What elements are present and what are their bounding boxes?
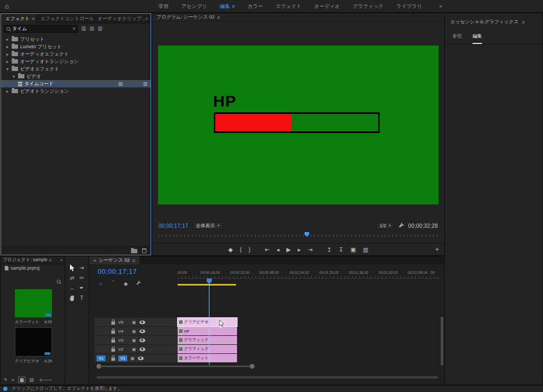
slip-tool-button[interactable]: ↔ — [67, 284, 77, 292]
step-forward-button[interactable]: ▸ — [298, 244, 301, 255]
track-name[interactable]: V2 — [118, 347, 129, 352]
extract-button[interactable]: ↧ — [339, 244, 344, 255]
type-tool-button[interactable]: T — [77, 294, 86, 302]
panel-menu-icon[interactable]: ≡ — [49, 257, 51, 263]
add-marker-icon[interactable]: ◆ — [124, 281, 128, 287]
sync-lock-icon[interactable]: ▣ — [132, 329, 136, 334]
program-current-timecode[interactable]: 00;00;17;17 — [159, 223, 188, 229]
chevron-right-icon[interactable]: ▸ — [5, 59, 10, 64]
go-to-out-button[interactable]: ⇥ — [308, 244, 312, 255]
track-visibility-eye-icon[interactable] — [139, 329, 145, 333]
clear-video-thumbnail[interactable] — [15, 327, 52, 357]
tab-browse[interactable]: 参照 — [452, 33, 462, 44]
selection-tool-button[interactable] — [67, 264, 77, 272]
clip-color-matte[interactable]: カラーマット — [178, 354, 237, 362]
track-lock-icon[interactable] — [111, 322, 115, 325]
close-icon[interactable]: × — [93, 258, 96, 263]
chevron-right-icon[interactable]: ▸ — [5, 52, 10, 57]
delete-custom-item-icon[interactable] — [142, 248, 146, 253]
track-name[interactable]: V3 — [118, 338, 129, 343]
project-item-name[interactable]: クリアビデオ — [15, 359, 39, 364]
mark-in-button[interactable]: { — [240, 244, 242, 255]
tree-item-presets[interactable]: ▸ プリセット — [1, 35, 151, 43]
project-search-icon[interactable] — [57, 280, 60, 283]
chevron-down-icon[interactable]: ▾ — [12, 74, 16, 79]
clip-clear-video[interactable]: クリアビデオ — [178, 318, 237, 326]
track-lock-icon[interactable] — [111, 331, 115, 334]
workspace-tab-assembly[interactable]: アセンブリ — [175, 0, 214, 12]
project-item-name[interactable]: カラーマット — [15, 319, 39, 325]
track-header-v3[interactable]: V3 ▣ — [94, 336, 178, 344]
icon-view-icon[interactable]: ▦ — [18, 377, 26, 383]
panel-menu-icon[interactable]: ≡ — [32, 16, 34, 21]
track-visibility-eye-icon[interactable] — [139, 338, 145, 342]
track-target-badge[interactable]: V1 — [118, 356, 127, 361]
filter-accelerated-effects-icon[interactable]: ▥ — [81, 25, 86, 32]
project-item-clear-video[interactable] — [15, 327, 52, 357]
track-header-v4[interactable]: V4 ▣ — [94, 327, 178, 335]
timeline-settings-wrench-icon[interactable] — [136, 280, 141, 287]
workspace-tab-libraries[interactable]: ライブラリ — [390, 0, 428, 12]
settings-wrench-icon[interactable] — [398, 222, 404, 229]
razor-tool-button[interactable]: ✂ — [77, 274, 86, 282]
workspace-tab-learning[interactable]: 学習 — [152, 0, 175, 12]
linked-selection-icon[interactable]: ⌒ — [110, 280, 116, 287]
clear-search-icon[interactable]: × — [73, 26, 75, 31]
tab-effect-controls[interactable]: エフェクトコントロール — [36, 14, 93, 23]
playback-resolution-select[interactable]: 1/2 ▾ — [376, 222, 394, 229]
clip-graphic[interactable]: グラフィック — [178, 345, 237, 353]
source-patch-v1[interactable]: V1 — [97, 355, 108, 361]
program-scrubber[interactable] — [159, 231, 438, 238]
sync-lock-icon[interactable]: ▣ — [132, 347, 136, 352]
sequence-tab[interactable]: × シーケンス 02 ≡ — [89, 256, 139, 264]
tab-audio-clip-mixer[interactable]: オーディオクリップ... — [93, 14, 145, 23]
tab-effects[interactable]: エフェクト≡ — [1, 14, 36, 23]
thumbnail-zoom-slider[interactable] — [40, 379, 52, 381]
timeline-ruler[interactable]: 00;00 00;00;16;00 00;00;32;00 00;00;48;0… — [178, 269, 440, 279]
work-area-bar[interactable] — [178, 284, 236, 286]
zoom-handle-right[interactable] — [250, 364, 255, 369]
tree-item-video-folder[interactable]: ▾ ビデオ — [1, 73, 151, 80]
track-header-v5[interactable]: V5 ▣ — [94, 318, 178, 326]
timeline-playhead-handle[interactable] — [207, 279, 212, 284]
panel-tab-overflow-icon[interactable]: » — [145, 16, 148, 21]
panel-menu-icon[interactable]: ≡ — [133, 258, 135, 263]
mark-out-button[interactable]: } — [249, 244, 251, 255]
workspace-tab-menu-icon[interactable]: ≡ — [232, 3, 235, 9]
clip-graphic[interactable]: グラフィック — [178, 336, 237, 344]
button-editor-plus-button[interactable]: + — [435, 245, 439, 253]
color-matte-thumbnail[interactable] — [15, 289, 52, 317]
pen-tool-button[interactable]: ✒ — [77, 284, 86, 292]
new-custom-bin-icon[interactable] — [131, 249, 137, 253]
play-button[interactable]: ▶ — [286, 244, 291, 255]
chevron-right-icon[interactable]: ▸ — [5, 37, 10, 42]
track-visibility-eye-icon[interactable] — [139, 320, 145, 324]
step-back-button[interactable]: ◂ — [277, 244, 280, 255]
track-name[interactable]: V5 — [118, 320, 129, 325]
panel-tab-overflow-icon[interactable]: » — [60, 257, 63, 263]
tree-item-video-effects[interactable]: ▾ ビデオエフェクト — [1, 65, 151, 73]
project-item-color-matte[interactable] — [15, 289, 52, 317]
filter-32bpc-effects-icon[interactable]: ▥ — [89, 25, 94, 32]
workspace-tab-graphics[interactable]: グラフィック — [346, 0, 390, 12]
workspace-overflow-icon[interactable]: » — [439, 3, 442, 9]
tree-item-lumetri-presets[interactable]: ▸ Lumetri プリセット — [1, 43, 151, 50]
tree-item-timecode-effect[interactable]: タイムコード ▥ ▥ — [1, 80, 151, 87]
panel-menu-icon[interactable]: ≡ — [217, 15, 220, 20]
list-view-icon[interactable]: ≡ — [12, 377, 14, 382]
workspace-tab-color[interactable]: カラー — [241, 0, 269, 12]
track-name[interactable]: V4 — [118, 329, 129, 334]
track-lock-icon[interactable] — [111, 358, 115, 361]
track-lock-icon[interactable] — [111, 349, 115, 352]
zoom-handle-left[interactable] — [97, 364, 101, 369]
workspace-tab-editing[interactable]: 編集≡ — [213, 0, 241, 12]
export-frame-button[interactable]: ▣ — [351, 244, 356, 255]
ripple-edit-tool-button[interactable]: ⇄ — [67, 274, 77, 282]
project-writable-icon[interactable]: ✎ — [4, 377, 8, 382]
chevron-right-icon[interactable]: ▸ — [5, 89, 10, 94]
workspace-tab-effects[interactable]: エフェクト — [269, 0, 308, 12]
timeline-current-timecode[interactable]: 00;00;17;17 — [98, 268, 137, 275]
tree-item-audio-effects[interactable]: ▸ オーディオエフェクト — [1, 50, 151, 58]
comparison-view-button[interactable]: ▥ — [363, 244, 368, 255]
zoom-scrollbar-track[interactable] — [101, 366, 250, 367]
